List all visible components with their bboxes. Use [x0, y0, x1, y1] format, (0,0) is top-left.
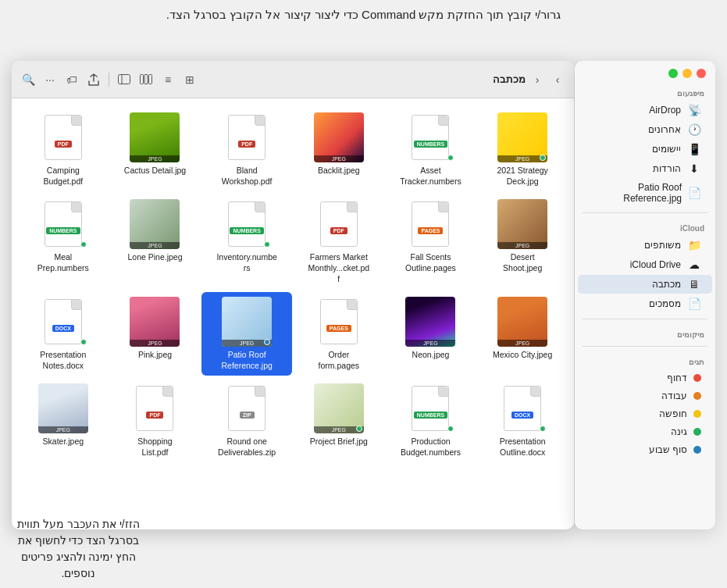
- columns-view-icon[interactable]: [137, 71, 155, 88]
- file-thumb-skater: JPEG: [38, 383, 88, 433]
- toolbar-divider: [109, 73, 109, 87]
- sidebar-item-patio[interactable]: 📄Patio Roof Reference.jpg: [578, 179, 712, 207]
- sidebar-icon-icloud_drive: ☁: [687, 258, 701, 271]
- file-item-strategy-deck[interactable]: JPEG2021 Strategy Deck.jpg: [477, 108, 568, 191]
- file-thumb-desert-shoot: JPEG: [497, 199, 547, 249]
- file-thumb-inventory: NUMBERS: [222, 199, 272, 249]
- svg-rect-3: [144, 75, 148, 84]
- sidebar-tag-blue[interactable]: סוף שבוע: [578, 441, 712, 458]
- file-thumb-shopping-list: PDF: [130, 383, 180, 433]
- sidebar-label-downloads: הורדות: [653, 163, 681, 174]
- file-item-mexico-city[interactable]: JPEGMexico City.jpeg: [477, 292, 568, 376]
- finder-window: 🔍 ··· 🏷 ≡ ⊞ › ‹ מכתבה PDFCamping Budget.…: [12, 61, 574, 529]
- sidebar-label-icloud_drive: iCloud Drive: [630, 259, 681, 270]
- tag-label-yellow: חופשה: [659, 408, 687, 419]
- yellow-traffic-light[interactable]: [682, 69, 692, 78]
- sidebar-item-recents[interactable]: 🕐אחרונים: [578, 120, 712, 139]
- file-item-presentation-notes[interactable]: DOCXPresentation Notes.docx: [18, 292, 109, 376]
- right-sidebar: מיפגעום 📡AirDrop🕐אחרונים📱יישומים⬇הורדות📄…: [575, 61, 715, 529]
- nav-forward-button[interactable]: ›: [549, 71, 566, 88]
- tags-section-label: תגים: [575, 351, 715, 369]
- status-dot-meal-prep: [80, 241, 87, 248]
- file-item-camping-budget[interactable]: PDFCamping Budget.pdf: [18, 108, 109, 191]
- file-name-farmers-market: Farmers Market Monthly...cket.pdf: [308, 252, 370, 284]
- file-item-skater[interactable]: JPEGSkater.jpeg: [18, 379, 109, 462]
- sidebar-item-downloads[interactable]: ⬇הורדות: [578, 159, 712, 178]
- tag-label-orange: עבודה: [661, 390, 687, 401]
- nav-back-button[interactable]: ‹: [529, 71, 546, 88]
- sidebar-label-desktop: מכתבה: [652, 279, 681, 290]
- sidebar-divider-2: [583, 319, 707, 319]
- status-dot-preso-outline: [540, 426, 546, 432]
- search-icon[interactable]: 🔍: [20, 71, 37, 88]
- sidebar-icon-desktop: 🖥: [687, 278, 701, 290]
- sidebar-tag-green[interactable]: גינה: [578, 423, 712, 440]
- sidebar-item-icloud_drive[interactable]: ☁iCloud Drive: [578, 255, 712, 274]
- more-icon[interactable]: ···: [41, 71, 59, 88]
- file-item-neon[interactable]: JPEGNeon.jpeg: [386, 292, 476, 376]
- sidebar-tag-red[interactable]: דחוף: [578, 369, 712, 387]
- file-name-preso-outline: Presentation Outline.docx: [491, 437, 554, 458]
- file-item-bland-workshop[interactable]: PDFBland Workshop.pdf: [201, 108, 292, 191]
- file-name-cactus-detail: Cactus Detail.jpg: [124, 166, 186, 176]
- file-item-project-brief[interactable]: JPEGProject Brief.jpg: [294, 379, 384, 462]
- file-thumb-round-one: ZIP: [222, 383, 272, 433]
- file-item-production-budget[interactable]: NUMBERSProduction Budget.numbers: [386, 379, 476, 462]
- sidebar-item-documents[interactable]: 📄מסמכים: [578, 294, 712, 313]
- file-item-preso-outline[interactable]: DOCXPresentation Outline.docx: [477, 379, 568, 462]
- share-icon[interactable]: [85, 71, 102, 88]
- file-item-pink[interactable]: JPEGPink.jpeg: [110, 292, 201, 376]
- file-name-round-one: Round one Deliverables.zip: [216, 437, 278, 458]
- file-item-round-one[interactable]: ZIPRound one Deliverables.zip: [201, 379, 292, 462]
- sidebar-icon-airdrop: 📡: [687, 104, 701, 116]
- sidebar-item-airdrop[interactable]: 📡AirDrop: [578, 101, 712, 119]
- file-item-fall-scents[interactable]: PAGESFall Scents Outline.pages: [386, 194, 476, 289]
- sidebar-item-desktop[interactable]: 🖥מכתבה: [578, 275, 712, 294]
- sidebar-label-applications: יישומים: [652, 144, 681, 155]
- svg-rect-4: [149, 75, 152, 84]
- svg-rect-0: [119, 75, 130, 84]
- file-item-cactus-detail[interactable]: JPEGCactus Detail.jpg: [110, 108, 201, 191]
- file-name-mexico-city: Mexico City.jpeg: [493, 350, 552, 361]
- sidebar-tag-yellow[interactable]: חופשה: [578, 405, 712, 422]
- sidebar-label-patio: Patio Roof Reference.jpg: [589, 182, 682, 204]
- file-name-skater: Skater.jpeg: [43, 437, 84, 447]
- file-name-neon: Neon.jpeg: [412, 350, 450, 361]
- sidebar-toggle-icon[interactable]: [116, 71, 133, 88]
- file-name-asset-tracker: Asset Tracker.numbers: [399, 166, 462, 187]
- file-name-bland-workshop: Bland Workshop.pdf: [216, 166, 278, 187]
- status-dot-production-budget: [447, 426, 454, 432]
- sidebar-item-shared[interactable]: 📁משותפים: [578, 236, 712, 255]
- sidebar-label-documents: מסמכים: [649, 298, 681, 309]
- icloud-section-label: iCloud: [575, 218, 715, 235]
- sidebar-tag-orange[interactable]: עבודה: [578, 387, 712, 404]
- file-thumb-strategy-deck: JPEG: [497, 112, 547, 162]
- file-name-lone-pine: Lone Pine.jpeg: [127, 252, 182, 263]
- file-item-backlit[interactable]: JPEGBacklit.jpeg: [294, 108, 384, 191]
- status-dot-asset-tracker: [447, 155, 454, 161]
- tag-dot-orange: [693, 392, 701, 400]
- file-thumb-production-budget: NUMBERS: [405, 383, 455, 433]
- status-dot-inventory: [264, 241, 270, 248]
- sidebar-item-applications[interactable]: 📱יישומים: [578, 140, 712, 159]
- red-traffic-light[interactable]: [697, 69, 706, 78]
- file-thumb-presentation-notes: DOCX: [38, 297, 88, 347]
- file-item-patio-roof[interactable]: JPEGPatio Roof Reference.jpg: [201, 292, 292, 376]
- file-item-desert-shoot[interactable]: JPEGDesert Shoot.jpeg: [477, 194, 568, 289]
- file-item-inventory[interactable]: NUMBERSInventory.numbers: [201, 194, 292, 289]
- list-view-icon[interactable]: ≡: [159, 71, 176, 88]
- file-name-presentation-notes: Presentation Notes.docx: [32, 350, 94, 371]
- green-traffic-light[interactable]: [668, 69, 678, 78]
- file-item-asset-tracker[interactable]: NUMBERSAsset Tracker.numbers: [386, 108, 476, 191]
- grid-view-icon[interactable]: ⊞: [181, 71, 198, 88]
- file-thumb-project-brief: JPEG: [314, 383, 364, 433]
- file-item-lone-pine[interactable]: JPEGLone Pine.jpeg: [110, 194, 201, 289]
- file-item-order-form[interactable]: PAGESOrder form.pages: [294, 292, 384, 376]
- tags-icon[interactable]: 🏷: [63, 71, 80, 88]
- file-item-meal-prep[interactable]: NUMBERSMeal Prep.numbers: [18, 194, 109, 289]
- file-item-farmers-market[interactable]: PDFFarmers Market Monthly...cket.pdf: [294, 194, 384, 289]
- file-item-shopping-list[interactable]: PDFShopping List.pdf: [110, 379, 201, 462]
- sidebar-tags: דחוףעבודהחופשהגינהסוף שבוע: [575, 369, 715, 459]
- sidebar-divider-1: [583, 212, 707, 213]
- file-thumb-backlit: JPEG: [314, 112, 364, 162]
